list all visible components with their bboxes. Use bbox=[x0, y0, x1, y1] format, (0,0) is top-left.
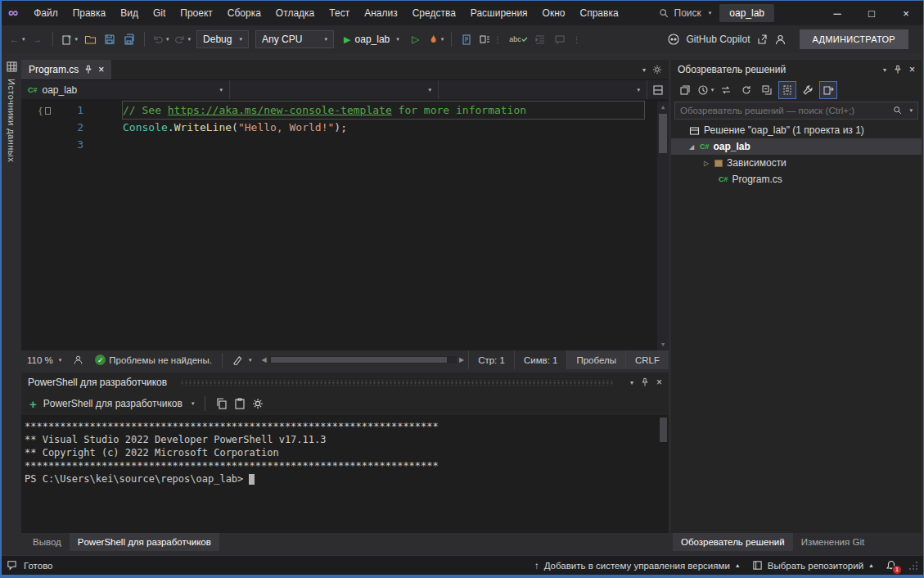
scroll-left-icon[interactable]: ◀ bbox=[259, 356, 268, 364]
solution-node[interactable]: Решение "oap_lab" (1 проекта из 1) bbox=[671, 122, 922, 138]
account-button[interactable]: АДМИНИСТРАТОР bbox=[800, 29, 908, 49]
expanded-arrow-icon[interactable]: ◢ bbox=[687, 143, 696, 151]
pin-icon[interactable] bbox=[84, 65, 92, 75]
notifications-button[interactable]: 1 bbox=[886, 560, 897, 571]
history-clock-icon[interactable]: ▾ bbox=[696, 81, 714, 99]
menu-project[interactable]: Проект bbox=[173, 1, 220, 25]
github-copilot-icon[interactable] bbox=[667, 33, 680, 46]
quick-search-box[interactable]: Поиск ▾ bbox=[651, 4, 720, 22]
copy-icon[interactable] bbox=[216, 398, 228, 409]
scroll-right-icon[interactable]: ▶ bbox=[457, 356, 467, 364]
resize-grip-icon[interactable] bbox=[908, 561, 918, 571]
new-terminal-plus-icon[interactable]: + bbox=[29, 397, 37, 411]
code-line-3[interactable] bbox=[123, 136, 644, 153]
data-sources-tab[interactable]: Источники данных bbox=[7, 79, 16, 162]
menu-build[interactable]: Сборка bbox=[220, 1, 268, 25]
member-dropdown[interactable]: ▾ bbox=[439, 80, 647, 99]
column-indicator[interactable]: Симв: 1 bbox=[514, 350, 567, 369]
indent-icon[interactable] bbox=[531, 29, 549, 49]
navigate-backward-icon[interactable]: ←▾ bbox=[8, 29, 27, 49]
close-tab-icon[interactable]: × bbox=[98, 64, 104, 75]
pin-icon[interactable] bbox=[894, 65, 902, 75]
feedback-person-icon[interactable] bbox=[774, 34, 787, 46]
project-dropdown[interactable]: C# oap_lab ▾ bbox=[21, 80, 230, 99]
solution-search-input[interactable] bbox=[680, 106, 889, 115]
menu-view[interactable]: Вид bbox=[113, 1, 146, 25]
menu-window[interactable]: Окно bbox=[535, 1, 573, 25]
share-icon[interactable] bbox=[756, 34, 768, 46]
member-list-icon[interactable]: ⋮ bbox=[477, 29, 506, 49]
dependencies-node[interactable]: ▷ Зависимости bbox=[671, 155, 922, 171]
scrollbar-thumb[interactable] bbox=[271, 357, 448, 363]
pin-icon[interactable] bbox=[641, 377, 649, 387]
configuration-dropdown[interactable]: Debug ▾ bbox=[196, 30, 249, 48]
comment-icon[interactable] bbox=[551, 29, 569, 49]
tab-developer-powershell[interactable]: PowerShell для разработчиков bbox=[70, 533, 219, 551]
window-position-chevron-icon[interactable]: ▾ bbox=[883, 66, 886, 74]
search-icon[interactable] bbox=[893, 106, 903, 115]
show-all-files-icon[interactable] bbox=[778, 81, 796, 99]
document-health-indicator[interactable]: ✓ Проблемы не найдены. bbox=[89, 350, 218, 369]
menu-help[interactable]: Справка bbox=[573, 1, 626, 25]
line-indicator[interactable]: Стр: 1 bbox=[468, 350, 514, 369]
code-line-1[interactable]: // See https://aka.ms/new-console-templa… bbox=[123, 102, 644, 119]
copilot-label[interactable]: GitHub Copilot bbox=[686, 34, 750, 45]
zoom-dropdown[interactable]: 110 % ▾ bbox=[21, 350, 67, 369]
undo-icon[interactable]: ▾ bbox=[151, 29, 171, 49]
start-debugging-button[interactable]: ▶ oap_lab ▾ bbox=[338, 29, 405, 49]
scrollbar-thumb[interactable] bbox=[660, 418, 667, 442]
feedback-icon[interactable] bbox=[67, 350, 89, 369]
refresh-icon[interactable] bbox=[737, 81, 755, 99]
scroll-down-icon[interactable]: ▼ bbox=[657, 339, 669, 350]
terminal-output[interactable]: ****************************************… bbox=[21, 415, 669, 533]
comment-link[interactable]: https://aka.ms/new-console-template bbox=[168, 104, 392, 116]
menu-analyze[interactable]: Анализ bbox=[357, 1, 405, 25]
menu-file[interactable]: Файл bbox=[26, 1, 65, 25]
terminal-scrollbar[interactable] bbox=[658, 415, 669, 533]
sync-with-active-document-icon[interactable] bbox=[717, 81, 735, 99]
editor-vertical-scrollbar[interactable]: ▲ ▼ bbox=[657, 102, 669, 350]
hot-reload-icon[interactable]: ▾ bbox=[426, 29, 446, 49]
solution-explorer-header[interactable]: Обозреватель решений ▾ × bbox=[671, 60, 922, 79]
tab-solution-explorer[interactable]: Обозреватель решений bbox=[673, 533, 793, 551]
menu-edit[interactable]: Правка bbox=[65, 1, 114, 25]
new-project-icon[interactable]: ▾ bbox=[59, 29, 80, 49]
close-button[interactable]: × bbox=[889, 1, 923, 25]
menu-test[interactable]: Тест bbox=[322, 1, 357, 25]
collapse-all-icon[interactable] bbox=[758, 81, 776, 99]
paste-icon[interactable] bbox=[234, 398, 246, 409]
tab-git-changes[interactable]: Изменения Git bbox=[793, 533, 872, 551]
add-to-source-control-button[interactable]: ↑ Добавить в систему управления версиями… bbox=[534, 561, 741, 571]
toolbar-overflow-icon[interactable]: ⋮ bbox=[573, 35, 581, 44]
panel-drag-handle[interactable] bbox=[180, 380, 615, 386]
spaces-indicator[interactable]: Пробелы bbox=[566, 350, 625, 369]
platform-dropdown[interactable]: Any CPU ▾ bbox=[255, 30, 334, 48]
switch-views-icon[interactable] bbox=[676, 81, 694, 99]
solution-search-box[interactable]: ▾ bbox=[674, 102, 918, 120]
new-terminal-label[interactable]: PowerShell для разработчиков bbox=[43, 398, 183, 409]
code-cleanup-icon[interactable]: ▾ bbox=[227, 350, 258, 369]
code-editor[interactable]: { 1 2 3 // See https://aka.ms/new-consol… bbox=[21, 99, 669, 350]
document-tab[interactable]: Program.cs × bbox=[21, 60, 111, 79]
project-node[interactable]: ◢ C# oap_lab bbox=[671, 138, 922, 155]
navigate-forward-icon[interactable]: → bbox=[29, 29, 47, 49]
close-panel-icon[interactable]: × bbox=[656, 377, 662, 388]
terminal-panel-header[interactable]: PowerShell для разработчиков ▾ × bbox=[21, 373, 669, 392]
properties-wrench-icon[interactable] bbox=[799, 81, 817, 99]
save-all-icon[interactable] bbox=[120, 29, 138, 49]
maximize-button[interactable]: □ bbox=[854, 1, 889, 25]
select-repository-button[interactable]: Выбрать репозиторий ▲ bbox=[752, 560, 874, 571]
tab-output[interactable]: Вывод bbox=[25, 533, 70, 551]
menu-debug[interactable]: Отладка bbox=[268, 1, 322, 25]
open-folder-icon[interactable] bbox=[81, 29, 99, 49]
collapsed-arrow-icon[interactable]: ▷ bbox=[702, 160, 710, 167]
window-position-chevron-icon[interactable]: ▾ bbox=[630, 379, 633, 386]
editor-horizontal-scrollbar[interactable]: ◀ ▶ bbox=[257, 350, 468, 369]
redo-icon[interactable]: ▾ bbox=[173, 29, 193, 49]
terminal-settings-gear-icon[interactable] bbox=[252, 398, 264, 409]
menu-git[interactable]: Git bbox=[146, 1, 173, 25]
file-node[interactable]: C# Program.cs bbox=[671, 171, 922, 187]
minimize-button[interactable]: ─ bbox=[820, 1, 854, 25]
scroll-up-icon[interactable]: ▲ bbox=[657, 102, 669, 113]
split-window-icon[interactable] bbox=[647, 80, 669, 99]
